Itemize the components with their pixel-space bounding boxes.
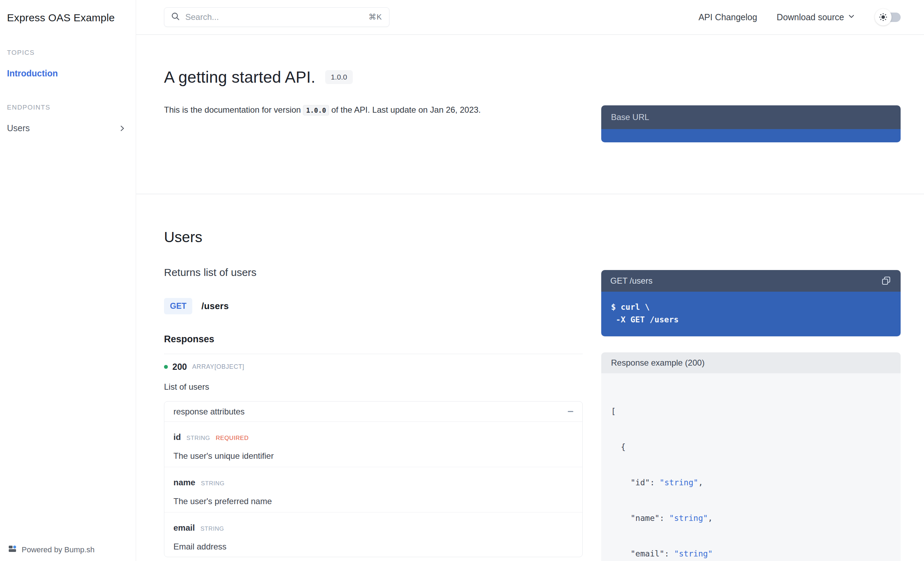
search-icon xyxy=(171,12,180,22)
chevron-down-icon xyxy=(848,12,855,22)
sidebar-item-introduction[interactable]: Introduction xyxy=(7,68,129,78)
attribute-description: The user's unique identifier xyxy=(173,451,573,461)
status-code: 200 xyxy=(172,362,187,372)
topbar-actions: API Changelog Download source xyxy=(699,9,901,26)
json-line: { xyxy=(611,441,891,453)
theme-toggle[interactable] xyxy=(875,9,901,26)
attribute-name: email xyxy=(173,523,195,533)
request-example-header: GET /users xyxy=(601,270,901,292)
response-status-row: 200 ARRAY[OBJECT] xyxy=(164,362,583,372)
json-line: [ xyxy=(611,405,891,417)
base-url-panel: Base URL xyxy=(601,105,901,142)
json-line: "name": "string", xyxy=(611,512,891,524)
curl-line: $ curl \ xyxy=(611,301,891,313)
search-box[interactable]: ⌘K xyxy=(164,8,389,27)
attribute-description: The user's preferred name xyxy=(173,496,573,506)
main-content: ⌘K API Changelog Download source xyxy=(136,0,924,561)
download-source-label: Download source xyxy=(777,12,844,22)
operation-title: Returns list of users xyxy=(164,267,583,278)
response-attributes-label: response attributes xyxy=(173,407,244,417)
attribute-description: Email address xyxy=(173,542,573,552)
responses-heading: Responses xyxy=(164,334,583,345)
chevron-right-icon xyxy=(118,124,126,132)
search-shortcut: ⌘K xyxy=(369,12,382,22)
search-input[interactable] xyxy=(185,12,364,22)
version-inline-code: 1.0.0 xyxy=(303,105,329,116)
success-status-dot xyxy=(164,365,168,369)
response-attributes-panel: response attributes id STRING REQUIRED T… xyxy=(164,401,583,557)
request-example-title: GET /users xyxy=(610,276,652,286)
api-changelog-label: API Changelog xyxy=(699,12,757,22)
status-type: ARRAY[OBJECT] xyxy=(192,363,244,370)
attribute-row-email: email STRING Email address xyxy=(164,513,582,557)
sidebar-item-label: Users xyxy=(7,123,30,133)
topbar: ⌘K API Changelog Download source xyxy=(136,0,924,35)
attribute-row-name: name STRING The user's preferred name xyxy=(164,467,582,513)
json-code-block: [ { "id": "string", "name": "string", "e… xyxy=(601,373,901,561)
group-heading-users: Users xyxy=(164,229,583,246)
sidebar-section-endpoints: ENDPOINTS xyxy=(7,104,129,111)
collapse-icon[interactable] xyxy=(568,411,573,412)
sidebar-item-label: Introduction xyxy=(7,68,58,78)
sidebar-item-users[interactable]: Users xyxy=(7,123,129,133)
doc-description-text: This is the documentation for version xyxy=(164,105,301,114)
attribute-type: STRING xyxy=(200,525,224,532)
doc-sections: A getting started API. 1.0.0 This is the… xyxy=(136,35,924,561)
status-description: List of users xyxy=(164,382,583,392)
api-docs-page: Express OAS Example TOPICS Introduction … xyxy=(0,0,924,561)
json-line: "id": "string", xyxy=(611,477,891,488)
powered-by[interactable]: Powered by Bump.sh xyxy=(8,544,94,555)
endpoint-row: GET /users xyxy=(164,298,583,314)
page-title: A getting started API. xyxy=(164,68,315,87)
response-example-header: Response example (200) xyxy=(601,352,901,373)
sidebar-section-topics: TOPICS xyxy=(7,49,129,57)
http-method-badge: GET xyxy=(164,298,192,314)
sidebar: Express OAS Example TOPICS Introduction … xyxy=(0,0,136,561)
download-source-button[interactable]: Download source xyxy=(777,12,855,22)
intro-section: A getting started API. 1.0.0 This is the… xyxy=(136,35,924,194)
light-mode-sun-icon xyxy=(875,9,891,26)
curl-code-block: $ curl \ -X GET /users xyxy=(601,292,901,336)
doc-description-text: of the API. Last update on Jan 26, 2023. xyxy=(331,105,480,114)
attribute-required-badge: REQUIRED xyxy=(216,435,249,442)
curl-line: -X GET /users xyxy=(611,313,891,326)
version-badge: 1.0.0 xyxy=(325,70,353,84)
attribute-name: id xyxy=(173,432,181,442)
api-changelog-link[interactable]: API Changelog xyxy=(699,12,757,22)
json-line: "email": "string" xyxy=(611,548,891,560)
endpoint-path: /users xyxy=(201,301,228,312)
response-example-panel: Response example (200) [ { "id": "string… xyxy=(601,352,901,561)
base-url-value-area[interactable] xyxy=(601,129,901,142)
response-example-title: Response example (200) xyxy=(611,358,705,368)
base-url-header: Base URL xyxy=(601,105,901,129)
attribute-name: name xyxy=(173,478,195,488)
attribute-row-id: id STRING REQUIRED The user's unique ide… xyxy=(164,422,582,467)
attribute-type: STRING xyxy=(201,480,225,487)
divider xyxy=(164,354,583,354)
copy-icon[interactable] xyxy=(881,276,891,286)
response-attributes-header[interactable]: response attributes xyxy=(164,402,582,422)
users-section: Users Returns list of users GET /users R… xyxy=(136,194,924,561)
doc-description: This is the documentation for version1.0… xyxy=(164,104,583,116)
base-url-label: Base URL xyxy=(611,112,649,122)
app-title: Express OAS Example xyxy=(7,12,129,24)
attribute-type: STRING xyxy=(186,435,210,442)
powered-by-label: Powered by Bump.sh xyxy=(22,545,94,554)
request-example-panel: GET /users $ curl \ -X GET /users xyxy=(601,270,901,336)
bump-logo-icon xyxy=(8,544,18,555)
